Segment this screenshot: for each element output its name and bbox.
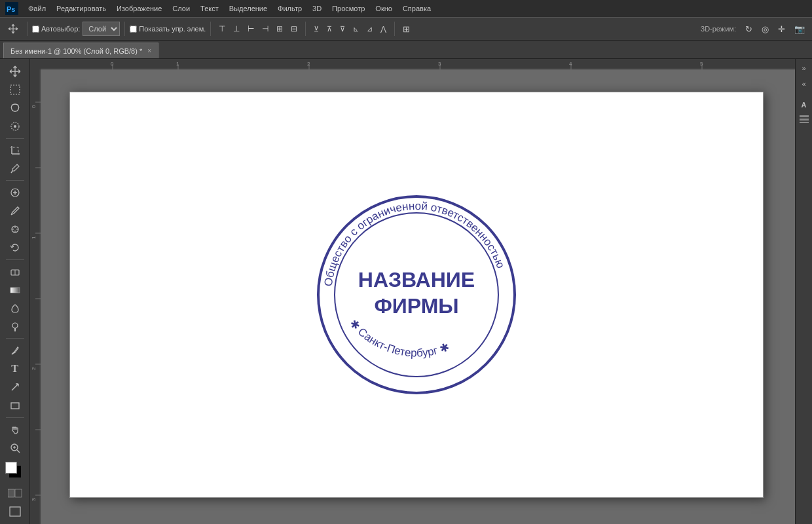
menu-select[interactable]: Выделение: [225, 3, 272, 14]
toolbar-sep-4: [305, 22, 306, 36]
tool-path-select[interactable]: [5, 379, 26, 396]
tool-gradient[interactable]: [5, 282, 26, 299]
svg-rect-24: [15, 489, 22, 497]
tool-zoom[interactable]: [5, 440, 26, 457]
tool-marquee[interactable]: [5, 81, 26, 98]
align-hcenter[interactable]: ⊞: [273, 23, 286, 35]
3d-camera[interactable]: 📷: [791, 23, 808, 35]
menu-view[interactable]: Просмотр: [327, 3, 369, 14]
menu-layers[interactable]: Слои: [168, 3, 194, 14]
dist-hcenter[interactable]: ⊿: [363, 24, 376, 35]
tab-close-btn[interactable]: ×: [147, 47, 151, 54]
align-right[interactable]: ⊟: [287, 23, 301, 35]
svg-rect-25: [10, 507, 20, 516]
tool-sep-5: [6, 417, 24, 418]
svg-text:Ps: Ps: [7, 5, 15, 13]
tool-shape[interactable]: [5, 397, 26, 414]
tool-move[interactable]: [5, 63, 26, 80]
align-tools: ⊤ ⊥ ⊢ ⊣ ⊞ ⊟: [215, 23, 301, 35]
foreground-color-swatch[interactable]: [5, 462, 17, 474]
align-bottom[interactable]: ⊢: [244, 23, 257, 35]
tool-clone[interactable]: [5, 221, 26, 238]
dist-vcenter[interactable]: ⊼: [323, 24, 335, 35]
right-panel-expand[interactable]: «: [797, 77, 811, 90]
dist-top[interactable]: ⊻: [310, 24, 322, 35]
tool-lasso[interactable]: [5, 100, 26, 117]
transform-btn[interactable]: ⊞: [399, 23, 413, 35]
svg-text:НАЗВАНИЕ: НАЗВАНИЕ: [358, 268, 475, 291]
tool-sep-2: [6, 180, 24, 181]
tool-crop[interactable]: [5, 142, 26, 159]
tool-quick-mask[interactable]: [5, 485, 26, 502]
menu-filter[interactable]: Фильтр: [273, 3, 306, 14]
svg-rect-14: [10, 288, 20, 293]
svg-rect-23: [8, 489, 14, 497]
tool-hand[interactable]: [5, 421, 26, 438]
menu-3d[interactable]: 3D: [308, 3, 326, 14]
dist-left[interactable]: ⊾: [350, 24, 362, 35]
tool-pen[interactable]: [5, 342, 26, 359]
3d-orbit[interactable]: ◎: [758, 23, 772, 35]
color-swatches[interactable]: [5, 462, 25, 477]
show-controls-check[interactable]: [130, 26, 137, 33]
tool-quick-select[interactable]: [5, 118, 26, 135]
3d-rotate[interactable]: ↻: [742, 23, 756, 35]
stamp: Общество с ограниченной ответственностью…: [312, 190, 521, 400]
menu-help[interactable]: Справка: [398, 3, 435, 14]
distribute-tools: ⊻ ⊼ ⊽ ⊾ ⊿ ⋀: [310, 24, 390, 35]
align-vcenter[interactable]: ⊥: [230, 23, 243, 35]
tool-sep-4: [6, 338, 24, 339]
svg-rect-57: [800, 115, 809, 117]
svg-text:3: 3: [31, 498, 37, 501]
tool-blur[interactable]: [5, 300, 26, 317]
svg-point-15: [12, 323, 18, 328]
tools-panel: T: [0, 59, 30, 524]
align-left[interactable]: ⊣: [259, 23, 272, 35]
tool-eraser[interactable]: [5, 263, 26, 280]
svg-text:0: 0: [111, 61, 114, 67]
menu-text[interactable]: Текст: [196, 3, 223, 14]
menu-file[interactable]: Файл: [24, 3, 50, 14]
right-panel-panel1[interactable]: [797, 113, 811, 126]
dist-right[interactable]: ⋀: [377, 24, 390, 35]
tool-dodge[interactable]: [5, 318, 26, 335]
menu-image[interactable]: Изображение: [112, 3, 166, 14]
show-controls-label: Показать упр. элем.: [139, 25, 206, 33]
tool-healing[interactable]: [5, 184, 26, 201]
ruler-corner: [30, 59, 41, 69]
svg-rect-18: [11, 403, 19, 409]
tab-filename: Без имени-1 @ 100% (Слой 0, RGB/8) *: [10, 47, 142, 55]
tool-type[interactable]: T: [5, 360, 26, 377]
svg-line-20: [17, 450, 20, 453]
tool-screen-mode[interactable]: [5, 503, 26, 520]
toolbar-sep-5: [394, 22, 395, 36]
3d-pan[interactable]: ✛: [775, 23, 788, 35]
toolbar-sep-2: [124, 22, 125, 36]
autoselect-checkbox[interactable]: Автовыбор:: [32, 25, 80, 33]
autoselect-dropdown[interactable]: Слой: [83, 22, 120, 36]
svg-text:2: 2: [307, 61, 310, 67]
autoselect-label: Автовыбор:: [41, 25, 80, 33]
show-controls-checkbox[interactable]: Показать упр. элем.: [130, 25, 206, 33]
move-tool-icon[interactable]: [4, 22, 22, 36]
svg-text:4: 4: [569, 61, 572, 67]
document-tab[interactable]: Без имени-1 @ 100% (Слой 0, RGB/8) * ×: [3, 43, 158, 58]
canvas-area: 0 1 2 3 4 5 0 1: [30, 59, 795, 524]
svg-line-17: [12, 353, 13, 354]
align-top[interactable]: ⊤: [215, 23, 229, 35]
menu-window[interactable]: Окно: [371, 3, 397, 14]
tool-brush[interactable]: [5, 202, 26, 219]
tool-eyedropper[interactable]: [5, 160, 26, 177]
dist-bottom[interactable]: ⊽: [337, 24, 348, 35]
right-panel-char[interactable]: A: [797, 98, 811, 111]
svg-rect-58: [800, 119, 809, 121]
tool-history[interactable]: [5, 239, 26, 256]
svg-text:1: 1: [31, 236, 37, 239]
autoselect-check[interactable]: [32, 26, 39, 33]
menu-edit[interactable]: Редактировать: [52, 3, 111, 14]
ruler-left: 0 1 2 3: [30, 69, 41, 524]
svg-text:ФИРМЫ: ФИРМЫ: [374, 294, 458, 318]
svg-text:✱  Санкт-Петербург  ✱: ✱ Санкт-Петербург ✱: [347, 317, 451, 359]
toolbar-sep-1: [27, 22, 28, 36]
right-panel-collapse[interactable]: »: [797, 62, 811, 75]
